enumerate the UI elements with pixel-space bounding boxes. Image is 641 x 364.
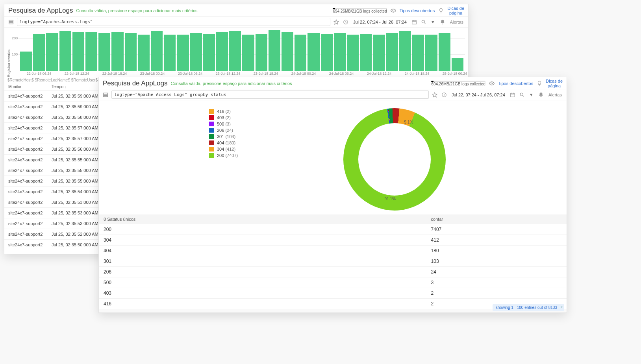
search-icon[interactable] xyxy=(420,18,427,26)
col-status[interactable]: 8 Satatus únicos xyxy=(99,214,426,224)
bar[interactable] xyxy=(151,31,163,71)
legend-item[interactable]: 404 (180) xyxy=(209,140,238,146)
table-row[interactable]: 304412 xyxy=(99,235,567,246)
bar[interactable] xyxy=(386,33,398,71)
query-input[interactable] xyxy=(17,18,330,26)
legend-item[interactable]: 200 (7407) xyxy=(209,152,238,159)
xtick: 25-Jul-18 00:24 xyxy=(436,72,469,77)
discovered-types-link[interactable]: Tipos descobertos xyxy=(400,8,435,13)
legend-item[interactable]: 403 (2) xyxy=(209,115,238,121)
xtick: 22-Jul-18 18:24 xyxy=(96,72,133,77)
legend-swatch xyxy=(209,153,214,158)
bar[interactable] xyxy=(111,32,123,71)
bar[interactable] xyxy=(59,31,71,71)
xtick: 23-Jul-18 18:24 xyxy=(247,72,285,77)
chevron-down-icon[interactable]: ▾ xyxy=(528,91,535,98)
cell-status: 416 xyxy=(99,299,426,309)
cell-count: 180 xyxy=(426,246,567,256)
star-icon[interactable] xyxy=(431,91,438,98)
star-icon[interactable] xyxy=(333,18,340,26)
bar[interactable] xyxy=(295,35,306,71)
table-row[interactable]: 404180 xyxy=(99,246,567,256)
bar[interactable] xyxy=(334,33,346,71)
eye-icon[interactable] xyxy=(390,7,396,14)
bar[interactable] xyxy=(72,32,84,71)
bar[interactable] xyxy=(46,33,58,71)
legend-label: 206 (24) xyxy=(217,128,233,133)
xtick: 23-Jul-18 12:24 xyxy=(209,72,247,77)
cell-count: 412 xyxy=(426,235,567,246)
bell-icon[interactable] xyxy=(439,18,446,26)
discovered-types-link[interactable]: Tipos descobertos xyxy=(498,81,533,86)
svg-marker-12 xyxy=(432,92,437,97)
legend-swatch xyxy=(209,122,214,126)
cell-monitor: site24x7-support2 xyxy=(4,229,48,240)
bar[interactable] xyxy=(203,34,215,71)
bar[interactable] xyxy=(229,31,241,71)
cell-monitor: site24x7-support2 xyxy=(4,133,48,144)
bar[interactable] xyxy=(439,33,450,71)
xtick: 23-Jul-18 00:24 xyxy=(133,72,171,77)
bar[interactable] xyxy=(360,34,372,71)
lightbulb-icon[interactable] xyxy=(536,80,543,87)
bar[interactable] xyxy=(242,35,254,71)
bar[interactable] xyxy=(399,31,411,71)
alerts-label[interactable]: Alertas xyxy=(547,92,563,97)
legend-item[interactable]: 206 (24) xyxy=(209,127,238,133)
cell-count: 2 xyxy=(426,288,567,299)
bar[interactable] xyxy=(308,33,319,71)
svg-point-15 xyxy=(520,93,523,96)
bar[interactable] xyxy=(269,30,280,71)
col-monitor[interactable]: Monitor xyxy=(4,83,48,91)
eye-icon[interactable] xyxy=(489,80,495,87)
bar[interactable] xyxy=(452,58,463,71)
clock-icon[interactable] xyxy=(441,91,448,98)
query-input[interactable] xyxy=(111,91,429,99)
bar[interactable] xyxy=(256,34,267,71)
legend-item[interactable]: 416 (2) xyxy=(209,108,238,115)
logs-collected-meter: 694.26MB/21GB logs collected xyxy=(431,81,485,86)
date-range[interactable]: Jul 22, 07:24 - Jul 26, 07:24 xyxy=(352,20,408,24)
bar[interactable] xyxy=(282,32,293,71)
table-row[interactable]: 20624 xyxy=(99,267,567,277)
legend-item[interactable]: 304 (412) xyxy=(209,146,238,152)
query-row: Jul 22, 07:24 - Jul 26, 07:24 ▾ Alertas xyxy=(4,17,468,28)
close-icon[interactable]: × xyxy=(560,305,563,309)
clock-icon[interactable] xyxy=(342,18,349,26)
page-tips-link[interactable]: Dicas de página xyxy=(447,6,464,15)
legend-item[interactable]: 500 (3) xyxy=(209,121,238,127)
bar[interactable] xyxy=(347,35,359,71)
page-tips-link[interactable]: Dicas de página xyxy=(546,79,563,88)
legend-item[interactable]: 301 (103) xyxy=(209,133,238,140)
search-icon[interactable] xyxy=(519,91,526,98)
bar[interactable] xyxy=(190,33,202,71)
donut-label-304: 5.1% xyxy=(404,120,413,124)
bar[interactable] xyxy=(164,35,176,71)
table-row[interactable]: 5003 xyxy=(99,277,567,288)
table-row[interactable]: 4032 xyxy=(99,288,567,299)
bar[interactable] xyxy=(85,32,97,71)
calendar-icon[interactable] xyxy=(509,91,516,98)
chevron-down-icon[interactable]: ▾ xyxy=(430,18,437,26)
bar[interactable] xyxy=(125,33,137,71)
table-row[interactable]: 301103 xyxy=(99,256,567,267)
bar[interactable] xyxy=(412,35,424,71)
svg-marker-4 xyxy=(334,20,339,24)
table-row[interactable]: 2007407 xyxy=(99,224,567,235)
bar[interactable] xyxy=(321,34,333,71)
col-count[interactable]: contar xyxy=(426,214,567,224)
bar[interactable] xyxy=(425,35,437,71)
bar[interactable] xyxy=(98,33,110,71)
bar[interactable] xyxy=(33,34,45,71)
calendar-icon[interactable] xyxy=(411,18,418,26)
bar[interactable] xyxy=(216,32,228,71)
bar[interactable] xyxy=(138,35,150,71)
bar[interactable] xyxy=(373,35,385,71)
lightbulb-icon[interactable] xyxy=(438,7,444,14)
status-donut-chart: 5.1% 91.1% xyxy=(343,108,446,211)
alerts-label[interactable]: Alertas xyxy=(448,20,465,24)
bell-icon[interactable] xyxy=(537,91,545,98)
bar[interactable] xyxy=(177,35,189,71)
date-range[interactable]: Jul 22, 07:24 - Jul 26, 07:24 xyxy=(450,92,507,97)
bar[interactable] xyxy=(20,52,32,71)
